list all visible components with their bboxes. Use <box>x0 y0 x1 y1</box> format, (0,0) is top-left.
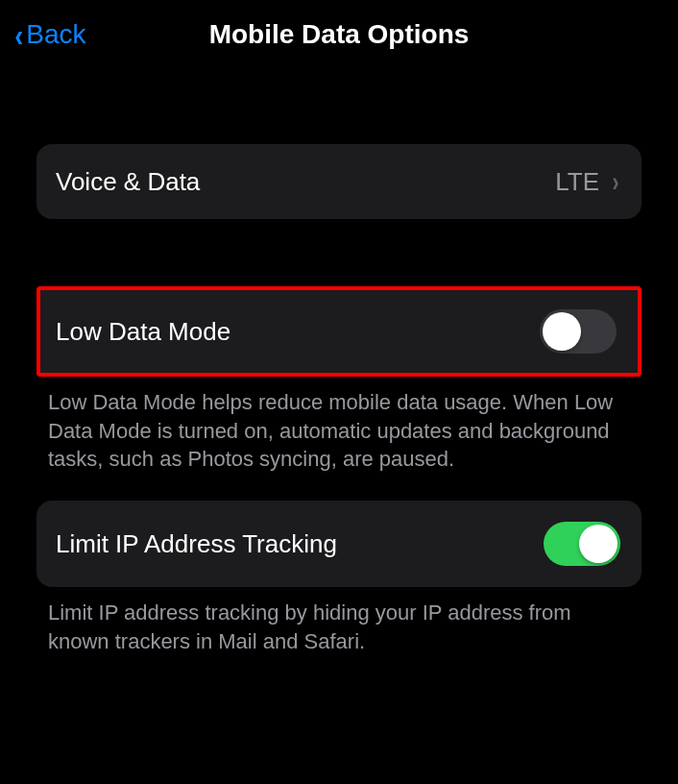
low-data-mode-toggle[interactable] <box>540 309 617 354</box>
back-button[interactable]: ‹ Back <box>13 16 86 54</box>
header-bar: ‹ Back Mobile Data Options <box>0 0 678 69</box>
voice-and-data-value: LTE <box>555 167 599 197</box>
back-label: Back <box>26 19 85 50</box>
low-data-mode-row[interactable]: Low Data Mode <box>40 290 638 373</box>
limit-ip-tracking-footer: Limit IP address tracking by hiding your… <box>36 587 642 655</box>
limit-ip-tracking-toggle[interactable] <box>544 522 620 566</box>
chevron-right-icon: › <box>613 165 619 198</box>
toggle-knob <box>579 525 617 563</box>
voice-and-data-label: Voice & Data <box>56 167 200 197</box>
highlight-annotation: Low Data Mode <box>36 286 642 377</box>
limit-ip-tracking-row[interactable]: Limit IP Address Tracking <box>36 501 642 587</box>
toggle-knob <box>543 312 581 351</box>
chevron-left-icon: ‹ <box>14 16 23 54</box>
low-data-mode-label: Low Data Mode <box>56 317 230 347</box>
page-title: Mobile Data Options <box>209 19 470 50</box>
low-data-mode-footer: Low Data Mode helps reduce mobile data u… <box>36 377 642 474</box>
voice-and-data-row[interactable]: Voice & Data LTE › <box>36 144 642 219</box>
limit-ip-tracking-label: Limit IP Address Tracking <box>56 529 337 559</box>
